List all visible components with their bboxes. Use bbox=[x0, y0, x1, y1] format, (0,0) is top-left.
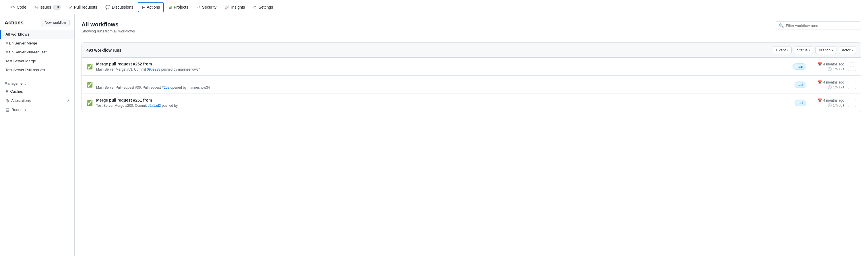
new-workflow-button[interactable]: New workflow bbox=[41, 19, 70, 26]
commit-link[interactable]: #252 bbox=[162, 86, 169, 90]
table-row: ✅ Merge pull request #252 from Main Serv… bbox=[82, 58, 861, 76]
insights-icon: 📈 bbox=[224, 5, 229, 9]
actions-icon: ▶ bbox=[142, 5, 145, 9]
projects-icon: ⊞ bbox=[168, 5, 172, 9]
code-icon: <> bbox=[10, 5, 15, 9]
more-options-button[interactable]: ⋯ bbox=[848, 63, 856, 71]
issues-badge: 10 bbox=[53, 5, 61, 10]
search-bar: 🔍 bbox=[775, 21, 861, 30]
table-header: 493 workflow runs Event ▾ Status ▾ Branc… bbox=[82, 43, 861, 58]
status-chevron-icon: ▾ bbox=[809, 49, 810, 52]
workflow-meta: 📅 4 months ago 🕐 1m 33s bbox=[810, 98, 844, 107]
workflow-meta: 📅 4 months ago 🕐 1m 12s bbox=[810, 81, 844, 89]
sidebar-menu: All workflows Main Server Merge Main Ser… bbox=[0, 30, 74, 114]
runners-icon: ▤ bbox=[5, 107, 9, 112]
status-success-icon: ✅ bbox=[86, 82, 93, 88]
sidebar-management-label: Management bbox=[0, 79, 74, 87]
sidebar-divider bbox=[5, 76, 70, 77]
security-icon: 🛡 bbox=[196, 5, 200, 9]
calendar-icon: 📅 bbox=[818, 62, 822, 66]
workflow-table: 493 workflow runs Event ▾ Status ▾ Branc… bbox=[82, 42, 861, 112]
table-row: ✅ Merge pull request #251 from Test Serv… bbox=[82, 94, 861, 111]
header-right: 🔍 bbox=[775, 21, 861, 30]
sidebar-item-main-server-merge[interactable]: Main Server Merge bbox=[0, 39, 74, 47]
pull-request-icon: ⤢ bbox=[69, 5, 72, 9]
sidebar-item-main-server-pull-request[interactable]: Main Server Pull-request bbox=[0, 47, 74, 57]
sidebar-item-caches[interactable]: ■ Caches bbox=[0, 87, 74, 96]
branch-chevron-icon: ▾ bbox=[832, 49, 833, 52]
nav-item-pull-requests[interactable]: ⤢ Pull requests bbox=[65, 3, 101, 12]
time-ago: 📅 4 months ago bbox=[818, 81, 844, 84]
nav-item-discussions[interactable]: 💬 Discussions bbox=[102, 3, 137, 12]
top-nav: <> Code ◎ Issues 10 ⤢ Pull requests 💬 Di… bbox=[0, 0, 868, 14]
workflow-title[interactable]: · bbox=[96, 80, 791, 84]
status-success-icon: ✅ bbox=[86, 100, 93, 106]
filter-branch-button[interactable]: Branch ▾ bbox=[815, 46, 836, 54]
clock-icon: 🕐 bbox=[828, 103, 832, 107]
caches-icon: ■ bbox=[5, 89, 8, 94]
search-icon: 🔍 bbox=[779, 23, 784, 28]
more-options-button[interactable]: ⋯ bbox=[848, 81, 856, 89]
time-ago: 📅 4 months ago bbox=[818, 98, 844, 102]
event-chevron-icon: ▾ bbox=[787, 49, 788, 52]
workflow-info: Merge pull request #251 from Test Server… bbox=[96, 98, 791, 108]
time-ago: 📅 4 months ago bbox=[818, 62, 844, 66]
duration: 🕐 1m 12s bbox=[828, 85, 844, 89]
nav-item-settings[interactable]: ⚙ Settings bbox=[250, 3, 277, 12]
nav-item-insights[interactable]: 📈 Insights bbox=[221, 3, 248, 12]
filter-event-button[interactable]: Event ▾ bbox=[773, 46, 792, 54]
sidebar-item-runners[interactable]: ▤ Runners bbox=[0, 105, 74, 114]
attestations-icon: ◎ bbox=[5, 98, 9, 103]
workflow-subtitle: Main Server Merge #53: Commit 09be238 pu… bbox=[96, 67, 789, 71]
run-count: 493 workflow runs bbox=[86, 48, 121, 53]
settings-icon: ⚙ bbox=[253, 5, 257, 9]
calendar-icon: 📅 bbox=[818, 98, 822, 102]
sidebar-title: Actions bbox=[5, 20, 24, 26]
external-link-icon: ↗ bbox=[67, 98, 70, 102]
branch-badge[interactable]: test bbox=[795, 100, 806, 106]
filter-actor-button[interactable]: Actor ▾ bbox=[839, 46, 856, 54]
commit-link[interactable]: 09be238 bbox=[147, 67, 160, 71]
branch-badge[interactable]: main bbox=[793, 63, 806, 70]
actor-chevron-icon: ▾ bbox=[851, 49, 853, 52]
status-success-icon: ✅ bbox=[86, 63, 93, 70]
more-options-button[interactable]: ⋯ bbox=[848, 99, 856, 107]
workflow-title[interactable]: Merge pull request #252 from bbox=[96, 62, 789, 66]
workflow-title[interactable]: Merge pull request #251 from bbox=[96, 98, 791, 102]
sidebar-header: Actions New workflow bbox=[0, 19, 74, 30]
duration: 🕐 1m 33s bbox=[828, 103, 844, 107]
sidebar-item-test-server-merge[interactable]: Test Server Merge bbox=[0, 57, 74, 65]
page-header-left: All workflows Showing runs from all work… bbox=[82, 21, 135, 38]
nav-item-code[interactable]: <> Code bbox=[7, 3, 30, 12]
workflow-meta: 📅 4 months ago 🕐 1m 19s bbox=[810, 62, 844, 71]
table-row: ✅ · Main Server Pull-request #36: Pull r… bbox=[82, 76, 861, 94]
branch-badge[interactable]: test bbox=[795, 82, 806, 88]
main-content: All workflows Showing runs from all work… bbox=[74, 14, 868, 256]
workflow-info: Merge pull request #252 from Main Server… bbox=[96, 62, 789, 71]
filter-status-button[interactable]: Status ▾ bbox=[794, 46, 813, 54]
sidebar: Actions New workflow All workflows Main … bbox=[0, 14, 74, 256]
sidebar-item-attestations[interactable]: ◎ Attestations ↗ bbox=[0, 96, 74, 105]
table-filters: Event ▾ Status ▾ Branch ▾ Actor ▾ bbox=[773, 46, 856, 54]
layout: Actions New workflow All workflows Main … bbox=[0, 14, 868, 256]
commit-link[interactable]: c9a1ad2 bbox=[148, 104, 161, 108]
workflow-subtitle: Main Server Pull-request #36: Pull reque… bbox=[96, 86, 791, 90]
nav-item-actions[interactable]: ▶ Actions bbox=[138, 2, 164, 12]
search-input[interactable] bbox=[786, 24, 857, 28]
issues-icon: ◎ bbox=[34, 5, 38, 9]
sidebar-item-test-server-pull-request[interactable]: Test Server Pull-request bbox=[0, 65, 74, 74]
workflow-subtitle: Test Server Merge #200: Commit c9a1ad2 p… bbox=[96, 104, 791, 108]
nav-item-projects[interactable]: ⊞ Projects bbox=[165, 3, 192, 12]
page-subtitle: Showing runs from all workflows bbox=[82, 29, 135, 33]
calendar-icon: 📅 bbox=[818, 81, 822, 84]
clock-icon: 🕐 bbox=[828, 85, 832, 89]
workflow-info: · Main Server Pull-request #36: Pull req… bbox=[96, 80, 791, 90]
sidebar-item-all-workflows[interactable]: All workflows bbox=[0, 30, 74, 39]
nav-item-issues[interactable]: ◎ Issues 10 bbox=[31, 2, 64, 12]
duration: 🕐 1m 19s bbox=[828, 67, 844, 71]
page-title: All workflows bbox=[82, 21, 135, 28]
discussions-icon: 💬 bbox=[105, 5, 110, 9]
nav-item-security[interactable]: 🛡 Security bbox=[193, 3, 220, 12]
page-header-row: All workflows Showing runs from all work… bbox=[82, 21, 861, 38]
clock-icon: 🕐 bbox=[828, 67, 832, 71]
